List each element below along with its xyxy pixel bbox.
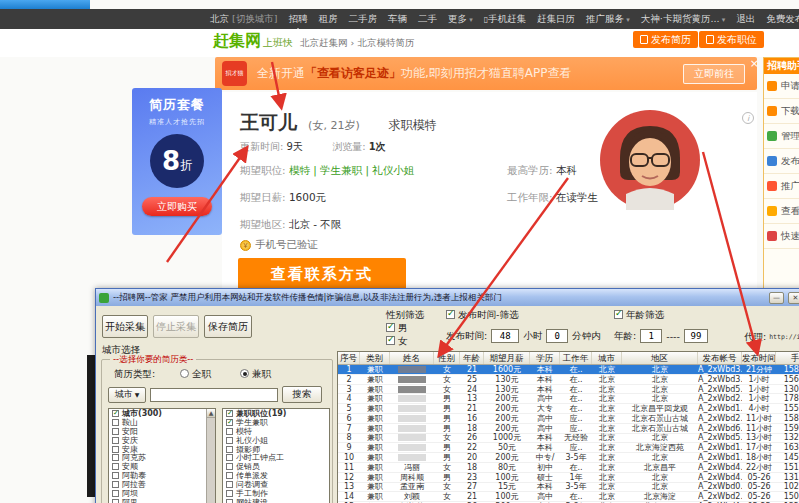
chevron-down-icon: ▾ bbox=[719, 16, 725, 24]
age-from-input[interactable] bbox=[640, 329, 662, 343]
topnav-item-label: 手机赶集 bbox=[488, 13, 526, 24]
recruit-helper-panel: 招聘助手 申请简历下载简历管理简历发布职位推广服务查看简历快速入口 bbox=[763, 57, 799, 295]
parttime-label: 兼职 bbox=[252, 368, 271, 379]
column-header-序号[interactable]: 序号 bbox=[338, 352, 360, 364]
post-resume-button[interactable]: 发布简历 bbox=[633, 31, 698, 48]
field-value[interactable]: 模特 | 学生兼职 | 礼仪小姐 bbox=[289, 164, 414, 176]
column-header-地区[interactable]: 地区 bbox=[622, 352, 698, 364]
column-header-姓名[interactable]: 姓名 bbox=[390, 352, 434, 364]
save-resume-button[interactable]: 保存简历 bbox=[204, 315, 252, 338]
sidebar-item-推广服务[interactable]: 推广服务 bbox=[764, 174, 799, 199]
gender-female-checkbox[interactable]: 女 bbox=[386, 335, 408, 348]
time-filter-checkbox[interactable]: 发布时间-筛选 bbox=[446, 309, 518, 322]
sidebar-item-label: 申请简历 bbox=[781, 80, 799, 93]
column-header-性别[interactable]: 性别 bbox=[434, 352, 460, 364]
candidate-intent: 求职模特 bbox=[389, 118, 437, 132]
start-collect-button[interactable]: 开始采集 bbox=[102, 315, 148, 338]
close-button[interactable]: ✕ bbox=[788, 292, 799, 304]
site-logo[interactable]: 赶集网上班快 bbox=[213, 31, 293, 52]
cell-seq: 1 bbox=[338, 365, 360, 374]
banner-go-button[interactable]: 立即前往 bbox=[683, 64, 745, 84]
column-header-城市[interactable]: 城市 bbox=[592, 352, 622, 364]
censored-name-box bbox=[398, 405, 426, 412]
banner-close-icon[interactable]: × bbox=[750, 57, 759, 70]
post-job-button[interactable]: 发布职位 bbox=[699, 31, 764, 48]
age-filter-checkbox[interactable]: 年龄筛选 bbox=[614, 309, 664, 322]
list-item-网站建设[interactable]: 网站建设 bbox=[223, 498, 329, 503]
topnav-item-退出[interactable]: 退出 bbox=[736, 13, 755, 26]
buy-now-button[interactable]: 立即购买 bbox=[142, 197, 212, 216]
sidebar-item-管理简历[interactable]: 管理简历 bbox=[764, 124, 799, 149]
sidebar-item-申请简历[interactable]: 申请简历 bbox=[764, 74, 799, 99]
column-header-手机号[interactable]: 手机号 bbox=[776, 352, 799, 364]
cell-seq: 7 bbox=[338, 424, 360, 433]
tool-titlebar[interactable]: --招聘网--管家 严禁用户利用本网站和开发软件传播色情|诈骗信息,以及非法注册… bbox=[96, 289, 799, 306]
topnav-item-车辆[interactable]: 车辆 bbox=[388, 13, 407, 26]
column-header-年龄[interactable]: 年龄 bbox=[460, 352, 484, 364]
sidebar-item-label: 查看简历 bbox=[781, 205, 799, 218]
switch-city-link[interactable]: [切换城市] bbox=[232, 13, 277, 24]
view-contact-button[interactable]: 查看联系方式 bbox=[238, 258, 406, 291]
cell-name bbox=[390, 443, 434, 452]
promo-banner[interactable]: 招才猫 全新开通「查看访客足迹」功能,即刻用招才猫直聘APP查看 立即前往 × bbox=[215, 57, 757, 90]
city-combo[interactable]: 城市▼ bbox=[108, 387, 146, 403]
cell-acct: A_2xWbd2.. bbox=[698, 394, 742, 403]
topnav-item-大神·卡期货黄历...[interactable]: 大神·卡期货黄历... ▾ bbox=[641, 13, 725, 26]
discount-number: 8 bbox=[162, 146, 180, 176]
city-search-input[interactable] bbox=[150, 388, 278, 402]
topnav-item-二手房[interactable]: 二手房 bbox=[348, 13, 377, 26]
cell-age: 18 bbox=[460, 463, 484, 472]
field-value: 1600元 bbox=[289, 191, 326, 203]
screen: 北京 [切换城市] 招聘租房二手房车辆二手更多 ▾▯手机赶集赶集日历推广服务 ▾… bbox=[0, 0, 799, 503]
censored-name-box bbox=[398, 434, 426, 441]
checkbox-icon bbox=[614, 310, 623, 319]
topnav-item-租房[interactable]: 租房 bbox=[318, 13, 337, 26]
city-selector[interactable]: 北京 [切换城市] bbox=[210, 13, 277, 26]
breadcrumb-sep: › bbox=[351, 37, 355, 48]
sidebar-item-icon bbox=[767, 81, 777, 91]
cell-phone: 13125430 bbox=[776, 473, 799, 482]
profile-field: 最高学历: 本科 bbox=[507, 164, 598, 178]
topnav-item-推广服务[interactable]: 推广服务 ▾ bbox=[586, 13, 630, 26]
column-header-发布帐号[interactable]: 发布帐号 bbox=[698, 352, 742, 364]
sidebar-item-label: 发布职位 bbox=[781, 155, 799, 168]
column-header-工作年[interactable]: 工作年 bbox=[560, 352, 592, 364]
checkbox-icon bbox=[226, 410, 233, 417]
topnav-item-手机赶集[interactable]: ▯手机赶集 bbox=[484, 13, 526, 26]
cell-seq: 5 bbox=[338, 404, 360, 413]
sidebar-item-快速入口[interactable]: 快速入口 bbox=[764, 224, 799, 249]
stop-collect-button[interactable]: 停止采集 bbox=[153, 315, 199, 338]
info-icon[interactable]: i bbox=[742, 112, 754, 124]
chevron-down-icon: ▾ bbox=[624, 16, 630, 24]
cell-name bbox=[390, 365, 434, 374]
column-header-类别[interactable]: 类别 bbox=[360, 352, 390, 364]
sidebar-item-查看简历[interactable]: 查看简历 bbox=[764, 199, 799, 224]
list-item-阿里[interactable]: 阿里 bbox=[109, 498, 206, 503]
age-to-input[interactable] bbox=[684, 329, 708, 343]
city-list-scrollbar[interactable]: ▲ bbox=[206, 409, 215, 503]
radio-fulltime[interactable]: 全职 bbox=[180, 368, 211, 381]
search-button[interactable]: 搜索 bbox=[282, 386, 322, 403]
resume-package-ad[interactable]: 简历套餐 精准人才抢先招 8 折 立即购买 bbox=[132, 88, 222, 235]
hours-input[interactable] bbox=[491, 329, 519, 343]
checkbox-icon bbox=[226, 437, 233, 444]
column-header-期望月薪[interactable]: 期望月薪 bbox=[484, 352, 530, 364]
minimize-button[interactable]: — bbox=[769, 292, 784, 304]
post-resume-label: 发布简历 bbox=[651, 33, 691, 47]
age-filter-label: 年龄筛选 bbox=[626, 309, 664, 320]
topnav-item-赶集日历[interactable]: 赶集日历 bbox=[537, 13, 575, 26]
column-header-发布时间[interactable]: 发布时间 bbox=[742, 352, 776, 364]
topnav-item-二手[interactable]: 二手 bbox=[418, 13, 437, 26]
topnav-item-招聘[interactable]: 招聘 bbox=[288, 13, 307, 26]
topnav-item-label: 免费发布信息 bbox=[766, 13, 799, 24]
minutes-unit: 分钟内 bbox=[572, 330, 601, 343]
topnav-item-免费发布信息[interactable]: 免费发布信息 bbox=[766, 13, 799, 26]
topnav-item-更多[interactable]: 更多 ▾ bbox=[448, 13, 473, 26]
sidebar-item-发布职位[interactable]: 发布职位 bbox=[764, 149, 799, 174]
minutes-input[interactable] bbox=[546, 329, 568, 343]
breadcrumb-home[interactable]: 北京赶集网 bbox=[300, 37, 348, 48]
column-header-学历[interactable]: 学历 bbox=[530, 352, 560, 364]
radio-parttime[interactable]: 兼职 bbox=[240, 368, 271, 381]
sidebar-item-下载简历[interactable]: 下载简历 bbox=[764, 99, 799, 124]
checkbox-icon bbox=[226, 419, 233, 426]
